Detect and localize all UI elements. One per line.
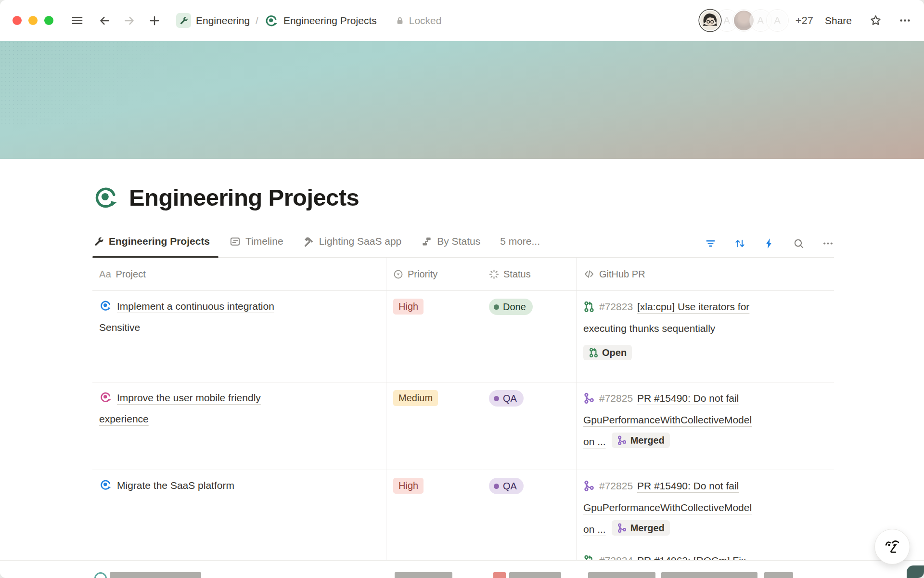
pr-state-chip[interactable]: Merged [612,433,670,448]
more-options-button[interactable] [898,14,911,27]
priority-cell[interactable]: Medium [386,382,482,470]
column-header-github-pr[interactable]: GitHub PR [577,258,834,290]
tab-more-views[interactable]: 5 more... [499,234,541,257]
tab-engineering-projects[interactable]: Engineering Projects [92,234,211,257]
table-body: Implement a continuous integration Sensi… [92,291,834,578]
column-header-status[interactable]: Status [482,258,577,290]
page-header: Engineering Projects [92,184,834,211]
tab-lighting-saas-app[interactable]: Lighting SaaS app [302,234,403,257]
back-button[interactable] [98,14,111,27]
project-cycle-icon [99,299,112,312]
breadcrumb-workspace-item[interactable] [176,13,191,28]
new-tab-button[interactable] [148,14,161,27]
minimize-window-button[interactable] [28,16,38,25]
avatar-letter: A [757,15,763,26]
breadcrumb-page-label[interactable]: Engineering Projects [283,15,377,26]
forward-button[interactable] [123,14,136,27]
status-cell[interactable]: Done [482,291,577,382]
git-pull-request-icon [589,347,599,357]
pr-state-chip[interactable]: Open [583,345,632,360]
tab-label: Lighting SaaS app [319,234,402,249]
priority-badge: High [393,299,424,315]
tab-label: 5 more... [500,234,540,249]
tab-by-status[interactable]: By Status [420,234,481,257]
breadcrumb-workspace-label[interactable]: Engineering [196,15,250,26]
timeline-icon [230,236,241,247]
table-header: Aa Project Priority Status GitHub PR [92,258,834,291]
filter-button[interactable] [705,237,717,250]
page-title[interactable]: Engineering Projects [129,184,359,211]
priority-badge: Medium [393,390,438,406]
page-cycle-icon[interactable] [92,184,119,211]
clipped-row-text [588,572,655,578]
back-arrow-icon [98,14,111,27]
status-dot-icon [494,304,499,310]
git-pull-request-icon [583,301,595,312]
avatar-stack[interactable]: A A A [699,10,788,31]
lightning-icon [763,237,775,250]
pr-entry: #72825 PR #15490: Do not fail GpuPerform… [583,387,827,452]
status-dot-icon [494,484,499,489]
avatar-letter: A [774,15,780,26]
git-merge-icon [583,480,595,491]
status-spinner-icon [489,269,499,279]
search-button[interactable] [793,237,805,250]
pr-state-chip[interactable]: Merged [612,520,670,536]
column-header-priority[interactable]: Priority [386,258,482,290]
clipped-row-text [661,572,757,578]
project-cycle-icon [99,391,112,404]
corner-widget-fragment [907,565,924,578]
status-badge: Done [489,299,533,315]
status-label: QA [503,480,517,492]
avatar-overflow-count[interactable]: +27 [796,14,813,27]
pr-state-label: Merged [630,522,665,534]
pr-state-label: Merged [630,434,665,447]
git-merge-icon [617,523,627,533]
avatar[interactable] [699,10,721,31]
pr-state-wrap: Merged [612,436,670,447]
cycle-icon [264,13,279,28]
status-cell[interactable]: QA [482,382,577,470]
project-link[interactable]: Migrate the SaaS platform [99,480,234,491]
wrench-icon [179,16,188,25]
filter-icon [705,237,717,250]
clipped-row-text [509,572,561,578]
bottom-fade-bar [0,560,924,578]
clipped-row-text [764,572,793,578]
locked-indicator[interactable]: Locked [395,15,442,26]
page-content: Engineering Projects Engineering Project… [92,184,834,578]
zoom-window-button[interactable] [44,16,53,25]
status-label: QA [503,392,517,405]
sidebar-menu-button[interactable] [71,14,84,27]
column-label: Status [503,269,531,280]
window-controls [13,16,53,25]
forward-arrow-icon [123,14,136,27]
sort-button[interactable] [734,237,746,250]
notion-ai-button[interactable] [874,529,910,565]
pr-entry: #72825 PR #15490: Do not fail GpuPerform… [583,475,827,540]
titlebar: Engineering / Engineering Projects Locke… [0,0,924,41]
status-dot-icon [494,396,499,401]
automations-button[interactable] [763,237,775,250]
project-title: Improve the user mobile friendly experie… [99,392,261,424]
cover-texture [0,41,207,125]
close-window-button[interactable] [13,16,22,25]
priority-cell[interactable]: High [386,291,482,382]
status-badge: QA [489,390,524,407]
priority-badge: High [393,478,424,494]
breadcrumb: Engineering / Engineering Projects [176,13,377,28]
tab-label: Engineering Projects [109,234,210,249]
code-property-icon [583,268,595,280]
project-link[interactable]: Improve the user mobile friendly experie… [99,392,261,424]
project-link[interactable]: Implement a continuous integration Sensi… [99,301,274,333]
view-tabs: Engineering Projects Timeline Lighting S… [92,234,834,258]
view-options-button[interactable] [822,237,834,250]
status-badge: QA [489,478,524,494]
column-header-project[interactable]: Aa Project [92,258,386,290]
share-button[interactable]: Share [825,15,852,26]
page-cover[interactable] [0,41,924,159]
clipped-row-icon [94,572,107,578]
avatar[interactable]: A [767,10,788,31]
tab-timeline[interactable]: Timeline [229,234,284,257]
favorite-button[interactable] [869,14,882,27]
